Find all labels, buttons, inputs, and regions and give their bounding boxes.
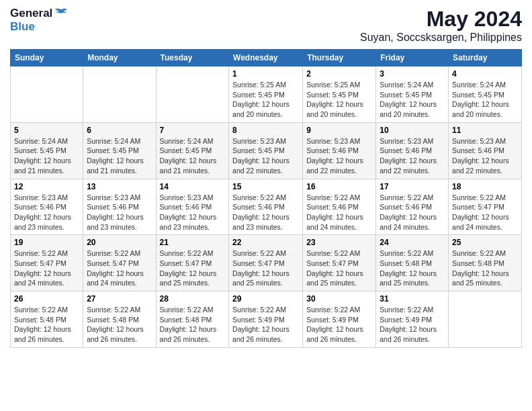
day-info: Sunrise: 5:23 AM Sunset: 5:46 PM Dayligh… <box>452 136 518 176</box>
day-info: Sunrise: 5:22 AM Sunset: 5:47 PM Dayligh… <box>14 248 79 288</box>
page-header: General Blue May 2024 Suyan, Soccsksarge… <box>10 7 522 44</box>
logo-general-text: General <box>10 7 52 20</box>
day-info: Sunrise: 5:24 AM Sunset: 5:45 PM Dayligh… <box>452 80 518 120</box>
day-info: Sunrise: 5:22 AM Sunset: 5:48 PM Dayligh… <box>14 305 79 345</box>
calendar-day-cell: 13Sunrise: 5:23 AM Sunset: 5:46 PM Dayli… <box>83 179 156 235</box>
calendar-day-cell: 2Sunrise: 5:25 AM Sunset: 5:45 PM Daylig… <box>303 66 376 123</box>
day-info: Sunrise: 5:22 AM Sunset: 5:47 PM Dayligh… <box>306 248 372 288</box>
calendar-day-cell: 30Sunrise: 5:22 AM Sunset: 5:49 PM Dayli… <box>303 291 376 348</box>
calendar-day-cell: 3Sunrise: 5:24 AM Sunset: 5:45 PM Daylig… <box>376 66 449 123</box>
calendar-day-cell: 19Sunrise: 5:22 AM Sunset: 5:47 PM Dayli… <box>11 235 83 291</box>
day-number: 5 <box>14 126 79 135</box>
day-info: Sunrise: 5:24 AM Sunset: 5:45 PM Dayligh… <box>14 136 79 176</box>
day-info: Sunrise: 5:22 AM Sunset: 5:49 PM Dayligh… <box>306 305 372 345</box>
calendar-day-cell: 1Sunrise: 5:25 AM Sunset: 5:45 PM Daylig… <box>229 66 303 123</box>
day-info: Sunrise: 5:23 AM Sunset: 5:46 PM Dayligh… <box>306 136 372 176</box>
day-info: Sunrise: 5:23 AM Sunset: 5:45 PM Dayligh… <box>232 136 299 176</box>
day-number: 26 <box>14 294 79 304</box>
day-number: 1 <box>232 69 299 79</box>
day-number: 2 <box>306 69 372 79</box>
month-title: May 2024 <box>360 7 522 32</box>
day-number: 18 <box>452 182 518 191</box>
calendar-day-cell: 27Sunrise: 5:22 AM Sunset: 5:48 PM Dayli… <box>83 291 156 348</box>
day-info: Sunrise: 5:25 AM Sunset: 5:45 PM Dayligh… <box>232 80 299 120</box>
day-info: Sunrise: 5:23 AM Sunset: 5:46 PM Dayligh… <box>87 193 152 232</box>
day-info: Sunrise: 5:24 AM Sunset: 5:45 PM Dayligh… <box>380 80 445 120</box>
calendar-week-row: 12Sunrise: 5:23 AM Sunset: 5:46 PM Dayli… <box>11 179 522 235</box>
day-info: Sunrise: 5:22 AM Sunset: 5:48 PM Dayligh… <box>87 305 152 345</box>
calendar-day-cell <box>156 66 229 123</box>
calendar-header-row: SundayMondayTuesdayWednesdayThursdayFrid… <box>11 50 522 66</box>
calendar-day-cell: 25Sunrise: 5:22 AM Sunset: 5:48 PM Dayli… <box>449 235 522 291</box>
calendar-day-cell: 11Sunrise: 5:23 AM Sunset: 5:46 PM Dayli… <box>449 122 522 179</box>
day-number: 23 <box>306 238 372 247</box>
day-number: 13 <box>87 182 152 191</box>
logo-blue-text: Blue <box>10 20 35 33</box>
calendar-day-cell: 8Sunrise: 5:23 AM Sunset: 5:45 PM Daylig… <box>229 122 303 179</box>
calendar-day-cell: 23Sunrise: 5:22 AM Sunset: 5:47 PM Dayli… <box>303 235 376 291</box>
day-number: 6 <box>87 126 152 135</box>
day-info: Sunrise: 5:22 AM Sunset: 5:48 PM Dayligh… <box>380 248 445 288</box>
day-number: 8 <box>232 126 299 135</box>
calendar-day-cell: 6Sunrise: 5:24 AM Sunset: 5:45 PM Daylig… <box>83 122 156 179</box>
day-number: 20 <box>87 238 152 247</box>
calendar-header-saturday: Saturday <box>449 50 522 66</box>
calendar-day-cell: 12Sunrise: 5:23 AM Sunset: 5:46 PM Dayli… <box>11 179 83 235</box>
day-number: 31 <box>380 294 445 304</box>
calendar-day-cell: 29Sunrise: 5:22 AM Sunset: 5:49 PM Dayli… <box>229 291 303 348</box>
day-info: Sunrise: 5:22 AM Sunset: 5:47 PM Dayligh… <box>160 248 226 288</box>
calendar-day-cell: 20Sunrise: 5:22 AM Sunset: 5:47 PM Dayli… <box>83 235 156 291</box>
calendar-week-row: 5Sunrise: 5:24 AM Sunset: 5:45 PM Daylig… <box>11 122 522 179</box>
day-number: 24 <box>380 238 445 247</box>
day-number: 15 <box>232 182 299 191</box>
day-number: 4 <box>452 69 518 79</box>
calendar-day-cell: 24Sunrise: 5:22 AM Sunset: 5:48 PM Dayli… <box>376 235 449 291</box>
day-number: 30 <box>306 294 372 304</box>
calendar-day-cell: 16Sunrise: 5:22 AM Sunset: 5:46 PM Dayli… <box>303 179 376 235</box>
day-number: 9 <box>306 126 372 135</box>
calendar-week-row: 19Sunrise: 5:22 AM Sunset: 5:47 PM Dayli… <box>11 235 522 291</box>
calendar-day-cell: 7Sunrise: 5:24 AM Sunset: 5:45 PM Daylig… <box>156 122 229 179</box>
calendar-day-cell: 15Sunrise: 5:22 AM Sunset: 5:46 PM Dayli… <box>229 179 303 235</box>
day-info: Sunrise: 5:22 AM Sunset: 5:47 PM Dayligh… <box>87 248 152 288</box>
calendar-table: SundayMondayTuesdayWednesdayThursdayFrid… <box>10 49 522 348</box>
day-number: 11 <box>452 126 518 135</box>
day-number: 3 <box>380 69 445 79</box>
day-info: Sunrise: 5:25 AM Sunset: 5:45 PM Dayligh… <box>306 80 372 120</box>
day-number: 28 <box>160 294 226 304</box>
calendar-day-cell: 17Sunrise: 5:22 AM Sunset: 5:46 PM Dayli… <box>376 179 449 235</box>
day-info: Sunrise: 5:22 AM Sunset: 5:46 PM Dayligh… <box>232 193 299 232</box>
calendar-header-friday: Friday <box>376 50 449 66</box>
day-info: Sunrise: 5:22 AM Sunset: 5:48 PM Dayligh… <box>160 305 226 345</box>
day-number: 27 <box>87 294 152 304</box>
day-number: 10 <box>380 126 445 135</box>
day-number: 14 <box>160 182 226 191</box>
calendar-day-cell: 31Sunrise: 5:22 AM Sunset: 5:49 PM Dayli… <box>376 291 449 348</box>
day-info: Sunrise: 5:22 AM Sunset: 5:46 PM Dayligh… <box>306 193 372 232</box>
calendar-day-cell: 10Sunrise: 5:23 AM Sunset: 5:46 PM Dayli… <box>376 122 449 179</box>
day-info: Sunrise: 5:24 AM Sunset: 5:45 PM Dayligh… <box>87 136 152 176</box>
logo: General Blue <box>10 7 69 34</box>
title-section: May 2024 Suyan, Soccsksargen, Philippine… <box>360 7 522 44</box>
day-info: Sunrise: 5:22 AM Sunset: 5:48 PM Dayligh… <box>452 248 518 288</box>
calendar-header-tuesday: Tuesday <box>156 50 229 66</box>
logo-bird-icon <box>54 7 69 19</box>
day-info: Sunrise: 5:22 AM Sunset: 5:46 PM Dayligh… <box>380 193 445 232</box>
calendar-day-cell <box>449 291 522 348</box>
day-info: Sunrise: 5:22 AM Sunset: 5:49 PM Dayligh… <box>380 305 445 345</box>
day-info: Sunrise: 5:22 AM Sunset: 5:49 PM Dayligh… <box>232 305 299 345</box>
day-info: Sunrise: 5:22 AM Sunset: 5:47 PM Dayligh… <box>452 193 518 232</box>
day-number: 25 <box>452 238 518 247</box>
calendar-day-cell: 28Sunrise: 5:22 AM Sunset: 5:48 PM Dayli… <box>156 291 229 348</box>
calendar-day-cell: 26Sunrise: 5:22 AM Sunset: 5:48 PM Dayli… <box>11 291 83 348</box>
calendar-day-cell: 5Sunrise: 5:24 AM Sunset: 5:45 PM Daylig… <box>11 122 83 179</box>
calendar-day-cell: 9Sunrise: 5:23 AM Sunset: 5:46 PM Daylig… <box>303 122 376 179</box>
day-number: 29 <box>232 294 299 304</box>
calendar-header-monday: Monday <box>83 50 156 66</box>
day-info: Sunrise: 5:24 AM Sunset: 5:45 PM Dayligh… <box>160 136 226 176</box>
day-number: 19 <box>14 238 79 247</box>
day-number: 22 <box>232 238 299 247</box>
day-number: 21 <box>160 238 226 247</box>
day-info: Sunrise: 5:23 AM Sunset: 5:46 PM Dayligh… <box>14 193 79 232</box>
location-title: Suyan, Soccsksargen, Philippines <box>360 32 522 44</box>
